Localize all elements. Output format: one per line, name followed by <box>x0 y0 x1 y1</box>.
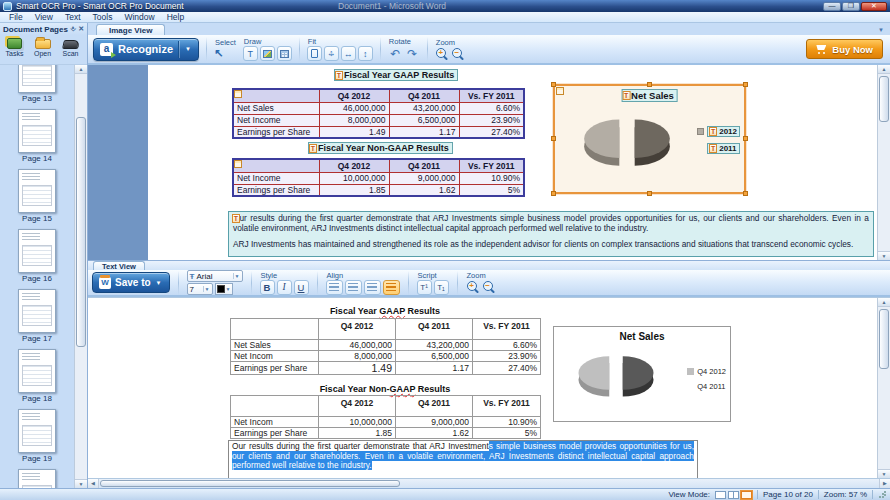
fit-all-button[interactable]: ↔↕ <box>324 46 339 61</box>
chevron-down-icon[interactable]: ▼ <box>184 46 192 52</box>
menu-item[interactable]: Text <box>59 12 87 22</box>
thumbnail-image[interactable] <box>18 229 56 273</box>
chart-title-region[interactable]: Net Sales <box>621 89 678 102</box>
menu-item[interactable]: Tools <box>87 12 119 22</box>
page-thumbnail[interactable]: Page 19 <box>18 409 56 463</box>
chart-image-region-selected[interactable]: Net Sales 2012 <box>553 84 746 194</box>
scroll-up-arrow[interactable]: ▲ <box>75 65 87 74</box>
text-view-editor[interactable]: Fiscal Year GAAP Results Q4 2012Q4 2011V… <box>88 297 890 478</box>
page-thumbnail[interactable]: Page 13 <box>18 65 56 103</box>
thumbnail-image[interactable] <box>18 65 56 93</box>
chevron-down-icon[interactable]: ▼ <box>155 280 163 286</box>
menu-item[interactable]: View <box>29 12 59 22</box>
fit-width-button[interactable]: ↔ <box>341 46 356 61</box>
page-thumbnail[interactable]: Page 14 <box>18 109 56 163</box>
page-thumbnail[interactable]: Page 18 <box>18 349 56 403</box>
zoom-in-icon[interactable]: + <box>466 280 480 294</box>
scroll-down-arrow[interactable]: ▼ <box>878 251 890 260</box>
rotate-right-icon[interactable]: ↷ <box>405 46 420 61</box>
close-button[interactable]: ✕ <box>861 2 887 11</box>
scroll-left-arrow[interactable]: ◀ <box>88 479 99 488</box>
tv-paragraph-box[interactable]: Our results during the first quarter dem… <box>228 440 698 478</box>
thumbnail-image[interactable] <box>18 109 56 153</box>
open-button[interactable]: Open <box>29 36 56 64</box>
page-thumbnail[interactable]: Page 16 <box>18 229 56 283</box>
scroll-up-arrow[interactable]: ▲ <box>878 65 890 74</box>
toolbar-options-chevron[interactable]: ▼ <box>878 27 884 33</box>
table-region-icon[interactable] <box>234 90 242 98</box>
thumbnail-image[interactable] <box>18 289 56 333</box>
superscript-button[interactable]: T¹ <box>417 280 432 295</box>
thumbnail-image[interactable] <box>18 349 56 393</box>
tab-text-view[interactable]: Text View <box>93 261 145 270</box>
recognize-button[interactable]: a Recognize ▼ <box>93 38 199 61</box>
tasks-button[interactable]: Tasks <box>1 36 28 64</box>
gaap-title-region[interactable]: Fiscal Year GAAP Results <box>334 70 458 81</box>
resize-handle[interactable] <box>743 136 748 141</box>
resize-handle[interactable] <box>551 191 556 196</box>
paragraph-text-region[interactable]: Our results during the first quarter dem… <box>228 211 874 257</box>
bold-button[interactable]: B <box>260 280 275 295</box>
legend-item[interactable]: 2012 <box>697 126 740 137</box>
save-to-button[interactable]: Save to ▼ <box>92 272 170 293</box>
buy-now-button[interactable]: Buy Now <box>806 39 883 59</box>
scroll-up-arrow[interactable]: ▲ <box>878 298 890 307</box>
resize-handle[interactable] <box>647 82 652 87</box>
page-thumbnail[interactable]: Page 17 <box>18 289 56 343</box>
view-mode-split-button[interactable] <box>728 491 739 499</box>
image-view-scrollbar[interactable]: ▲ ▼ <box>877 65 890 260</box>
image-view-canvas[interactable]: Fiscal Year GAAP Results Q4 2012Q4 2011V… <box>88 65 890 260</box>
page-thumbnail[interactable]: Page 15 <box>18 169 56 223</box>
legend-item[interactable]: 2011 <box>697 143 740 154</box>
select-cursor-icon[interactable]: ↖ <box>214 47 223 60</box>
resize-handle[interactable] <box>647 191 652 196</box>
menu-item[interactable]: Window <box>118 12 160 22</box>
close-panel-icon[interactable]: ✕ <box>78 25 84 33</box>
fit-page-button[interactable] <box>307 46 322 61</box>
scan-button[interactable]: Scan <box>57 36 84 64</box>
font-family-select[interactable]: Ŧ Arial ▼ <box>187 270 243 282</box>
menu-item[interactable]: Help <box>161 12 190 22</box>
zoom-in-icon[interactable]: + <box>435 47 449 61</box>
draw-text-region-button[interactable]: T <box>243 46 258 61</box>
restore-button[interactable]: ❐ <box>842 2 860 11</box>
view-mode-single-page-button[interactable] <box>715 491 726 499</box>
zoom-out-icon[interactable]: − <box>451 47 465 61</box>
page-thumbnail[interactable]: Page 20 <box>18 469 56 488</box>
non-gaap-title-region[interactable]: Fiscal Year Non-GAAP Results <box>308 143 453 154</box>
font-size-select[interactable]: 7 ▼ <box>187 283 213 295</box>
horizontal-scrollbar[interactable]: ◀ ▶ <box>88 478 890 488</box>
scrollbar-thumb[interactable] <box>76 117 86 347</box>
resize-handle[interactable] <box>743 191 748 196</box>
fit-height-button[interactable]: ↕ <box>358 46 373 61</box>
align-center-button[interactable] <box>345 280 362 295</box>
thumbnail-image[interactable] <box>18 409 56 453</box>
rotate-left-icon[interactable]: ↶ <box>388 46 403 61</box>
table-region-icon[interactable] <box>234 160 242 168</box>
text-view-scrollbar[interactable]: ▲ ▼ <box>877 298 890 478</box>
minimize-button[interactable]: — <box>823 2 841 11</box>
scroll-down-arrow[interactable]: ▼ <box>878 469 890 478</box>
align-justify-button[interactable] <box>383 280 400 295</box>
pin-icon[interactable]: ⎀ <box>71 25 77 33</box>
resize-handle[interactable] <box>743 82 748 87</box>
scrollbar-thumb[interactable] <box>879 309 889 369</box>
scroll-down-arrow[interactable]: ▼ <box>75 479 87 488</box>
tab-image-view[interactable]: Image View <box>96 24 165 35</box>
align-left-button[interactable] <box>326 280 343 295</box>
sidebar-scrollbar[interactable]: ▲ ▼ <box>74 65 87 488</box>
align-right-button[interactable] <box>364 280 381 295</box>
scrollbar-thumb[interactable] <box>100 480 400 487</box>
view-mode-full-page-button[interactable] <box>741 491 752 499</box>
zoom-out-icon[interactable]: − <box>482 280 496 294</box>
thumbnail-image[interactable] <box>18 469 56 488</box>
resize-grip[interactable] <box>878 490 887 499</box>
resize-handle[interactable] <box>551 136 556 141</box>
menu-item[interactable]: File <box>3 12 29 22</box>
italic-button[interactable]: I <box>277 280 292 295</box>
subscript-button[interactable]: T₁ <box>434 280 449 295</box>
draw-table-region-button[interactable] <box>277 46 292 61</box>
font-color-picker[interactable]: ▼ <box>215 283 233 295</box>
scroll-right-arrow[interactable]: ▶ <box>879 479 890 488</box>
draw-image-region-button[interactable] <box>260 46 275 61</box>
